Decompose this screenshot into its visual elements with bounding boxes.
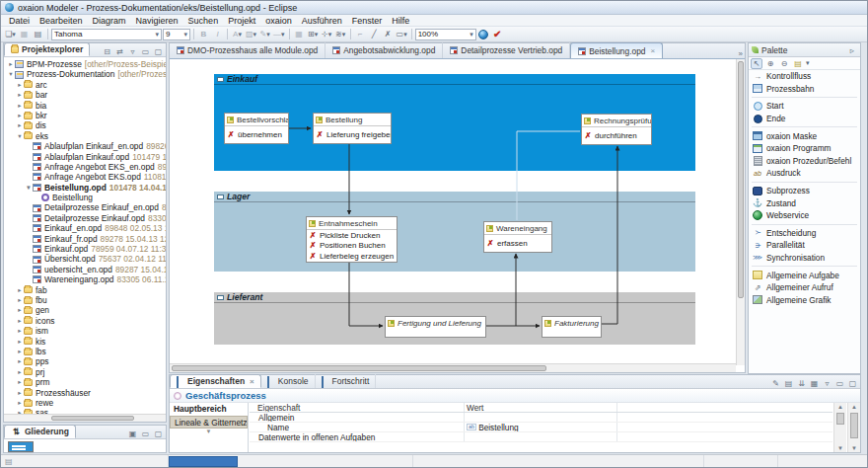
- menu-datei[interactable]: Datei: [4, 15, 35, 27]
- palette-item-prozessbahn[interactable]: Prozessbahn: [749, 83, 860, 96]
- expand-arrow-icon[interactable]: ▸: [16, 337, 24, 347]
- menu-hilfe[interactable]: Hilfe: [387, 15, 414, 27]
- scrollbar-thumb[interactable]: [836, 413, 844, 425]
- align-button[interactable]: ⊞▾: [307, 28, 320, 40]
- tree-item-detailprozesse-einkauf-en-opd[interactable]: Detailprozesse Einkauf_en.opd89837: [4, 202, 166, 212]
- palette-item-kontrollfluss[interactable]: →Kontrollfluss: [749, 70, 860, 83]
- expand-arrow-icon[interactable]: ▸: [16, 377, 24, 387]
- expand-arrow-icon[interactable]: ▸: [16, 120, 24, 130]
- node-action-erfassen[interactable]: ✗erfassen: [484, 235, 551, 252]
- italic-button[interactable]: I: [211, 28, 224, 40]
- font-family-combo[interactable]: Tahoma▾: [51, 29, 162, 40]
- palette-item-allgemeine-grafik[interactable]: Allgemeine Grafik: [749, 294, 860, 307]
- scrollbar-thumb[interactable]: [51, 416, 134, 421]
- maximize-icon[interactable]: ▢: [153, 47, 164, 56]
- node-bestellung[interactable]: Bestellung✗Lieferung freigeben: [313, 113, 392, 144]
- minimize-icon[interactable]: ▭: [140, 47, 151, 56]
- tree-item-bpm-prozesse[interactable]: ▸BPM-Prozesse[other/Prozess-Beispiele]: [4, 59, 166, 69]
- tree-item-ablaufplan-einkauf-opd[interactable]: Ablaufplan Einkauf.opd101479 14.04: [4, 152, 166, 162]
- palette-item-zustand[interactable]: ⚓Zustand: [749, 196, 860, 209]
- node-fertigung-und-lieferung[interactable]: Fertigung und Lieferung: [385, 316, 486, 338]
- arrow-style-button[interactable]: —▾: [272, 28, 286, 40]
- lane-lager[interactable]: Lager: [214, 192, 695, 272]
- node-action-positionen-buchen[interactable]: ✗Positionen Buchen: [307, 241, 397, 252]
- tree-item-einkauf-opd[interactable]: Einkauf.opd78959 04.07.12 11:31 pa: [4, 244, 166, 254]
- menu-projekt[interactable]: Projekt: [223, 15, 260, 27]
- new-file-button[interactable]: ❏▾: [4, 28, 17, 40]
- tree-item-pps[interactable]: ▸pps: [4, 356, 166, 366]
- category-lineale-gitternetze[interactable]: Lineale & Gitternetze: [170, 416, 248, 429]
- distribute-button[interactable]: ⊹▾: [321, 28, 333, 40]
- print-button[interactable]: ▤: [32, 28, 44, 40]
- tree-item-übersicht-opd[interactable]: Übersicht.opd75637 02.04.12 11:35: [4, 254, 166, 264]
- property-value[interactable]: [465, 432, 617, 441]
- category-scroll-down-icon[interactable]: ▼: [170, 429, 248, 434]
- zoom-combo[interactable]: 100%▾: [415, 29, 476, 40]
- tree-item-dis[interactable]: ▸dis: [4, 120, 166, 130]
- diagram-canvas[interactable]: EinkaufLagerLieferantBestellvorschlag✗üb…: [170, 59, 745, 365]
- tree-item-rewe[interactable]: ▸rewe: [4, 398, 166, 408]
- node-fakturierung[interactable]: Fakturierung: [542, 316, 602, 338]
- shape-button[interactable]: ▭▾: [396, 28, 408, 40]
- properties-tool-prop-table[interactable]: ▦: [809, 379, 820, 388]
- properties-tool-view-menu[interactable]: ▿: [822, 379, 832, 388]
- expand-arrow-icon[interactable]: ▾: [7, 69, 15, 79]
- expand-arrow-icon[interactable]: ▸: [16, 326, 24, 336]
- lane-collapse-icon[interactable]: [217, 195, 224, 199]
- palette-item-allgemeiner-aufruf[interactable]: ⇗Allgemeiner Aufruf: [749, 281, 860, 294]
- tree-item-kis[interactable]: ▸kis: [4, 337, 166, 347]
- expand-arrow-icon[interactable]: ▸: [16, 356, 24, 366]
- diagonal-button[interactable]: ╱: [368, 28, 381, 40]
- properties-tool-prop-pin[interactable]: ▤: [783, 379, 794, 388]
- font-color-button[interactable]: A▾: [231, 28, 244, 40]
- tree-item-bia[interactable]: ▸bia: [4, 101, 166, 111]
- scroll-up-icon[interactable]: ▲: [848, 404, 860, 410]
- tree-item-fab[interactable]: ▸fab: [4, 285, 166, 295]
- palette-item-entscheidung[interactable]: YEntscheidung: [749, 227, 860, 240]
- properties-tool-prop-filter[interactable]: ⇊: [796, 379, 807, 388]
- menu-diagram[interactable]: Diagram: [88, 15, 131, 27]
- tree-item-lbs[interactable]: ▸lbs: [4, 347, 166, 356]
- palette-collapse-icon[interactable]: ▹: [850, 45, 857, 55]
- property-row-allgemein[interactable]: Allgemein: [250, 413, 832, 423]
- property-row-name[interactable]: NameabBeistellung: [250, 423, 832, 432]
- tree-item-anfrage-angebot-eks-en-opd[interactable]: Anfrage Angebot EKS_en.opd89836: [4, 162, 166, 172]
- properties-tool-maximize[interactable]: ▢: [847, 379, 858, 388]
- canvas-hscrollbar[interactable]: [170, 363, 736, 372]
- menu-ausführen[interactable]: Ausführen: [297, 15, 347, 27]
- node-action-übernehmen[interactable]: ✗übernehmen: [225, 126, 288, 143]
- select-tool-icon[interactable]: ↖: [751, 58, 762, 69]
- expand-arrow-icon[interactable]: ▸: [16, 90, 24, 100]
- tab-eigenschaften[interactable]: Eigenschaften×: [170, 374, 261, 388]
- palette-item-ende[interactable]: Ende: [749, 113, 860, 125]
- node-bestellvorschlag[interactable]: Bestellvorschlag✗übernehmen: [224, 113, 289, 144]
- editor-tab-dmo-prozesshaus-alle-module-opd[interactable]: DMO-Prozesshaus alle Module.opd: [170, 42, 326, 58]
- properties-tool-prop-edit[interactable]: ✎: [770, 379, 781, 388]
- note-tool-caret[interactable]: ▾: [806, 59, 810, 67]
- palette-item-ausdruck[interactable]: abAusdruck: [749, 167, 860, 180]
- save-button[interactable]: ▦: [18, 28, 31, 40]
- font-size-combo[interactable]: 9▾: [163, 29, 190, 40]
- bold-button[interactable]: B: [197, 28, 210, 40]
- palette-item-oxaion-prozedur-befehl[interactable]: oxaion Prozedur/Befehl: [749, 155, 860, 168]
- menu-bearbeiten[interactable]: Bearbeiten: [35, 15, 88, 27]
- menu-suchen[interactable]: Suchen: [183, 15, 224, 27]
- tree-item-ablaufplan-einkauf-en-opd[interactable]: Ablaufplan Einkauf_en.opd89826 02.0: [4, 141, 166, 151]
- palette-item-parallelität[interactable]: ΨParallelität: [749, 239, 860, 252]
- panel-vscrollbar[interactable]: ▲ ▼: [847, 403, 860, 452]
- property-value[interactable]: abBeistellung: [465, 423, 617, 431]
- tree-item-arc[interactable]: ▸arc: [4, 80, 166, 90]
- tree-item-eks[interactable]: ▾eks: [4, 131, 166, 141]
- properties-tool-minimize[interactable]: ▭: [834, 379, 845, 388]
- tree-item-wareneingang-opd[interactable]: Wareneingang.opd83305 06.11.12 1: [4, 274, 166, 284]
- expand-arrow-icon[interactable]: ▸: [16, 285, 24, 295]
- tab-fortschritt[interactable]: Fortschritt: [316, 374, 377, 388]
- link-editor-icon[interactable]: ⇄: [114, 47, 125, 56]
- tree-item-bar[interactable]: ▸bar: [4, 90, 166, 100]
- tree-item-detailprozesse-einkauf-opd[interactable]: Detailprozesse Einkauf.opd83306 06.: [4, 213, 166, 223]
- select-mode-button[interactable]: ⌐: [354, 28, 367, 40]
- expand-arrow-icon[interactable]: ▸: [16, 80, 24, 90]
- grid-button[interactable]: ▦: [293, 28, 306, 40]
- node-action-lieferung-freigeben[interactable]: ✗Lieferung freigeben: [314, 126, 391, 143]
- close-tab-icon[interactable]: ×: [651, 46, 656, 55]
